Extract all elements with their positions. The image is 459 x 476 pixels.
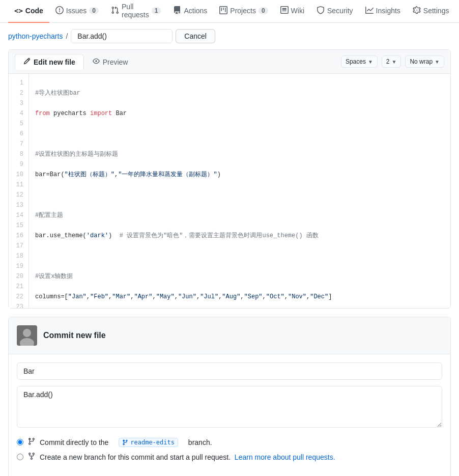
commit-section: Commit new file Commit directly to the r… (8, 317, 451, 476)
ln-14: 14 (9, 210, 28, 220)
code-line-10: #设置x轴数据 (35, 271, 444, 282)
nav-code[interactable]: <> Code (8, 0, 49, 23)
ln-16: 16 (9, 231, 28, 241)
projects-badge: 0 (259, 7, 268, 14)
nav-projects-label: Projects (230, 7, 256, 15)
code-editor[interactable]: 1 2 3 4 5 6 7 8 9 10 11 12 13 14 15 16 1… (9, 74, 450, 308)
ln-3: 3 (9, 98, 28, 108)
wrap-selector[interactable]: No wrap ▼ (405, 55, 444, 68)
nav-security-label: Security (327, 7, 353, 15)
repo-link[interactable]: python-pyecharts (8, 32, 63, 40)
filename-input[interactable] (71, 29, 173, 43)
nav-insights[interactable]: Insights (359, 0, 407, 23)
tab-edit-label: Edit new file (34, 58, 75, 66)
indent-selector[interactable]: 2 ▼ (382, 55, 401, 68)
nav-wiki[interactable]: Wiki (274, 0, 310, 23)
indent-value: 2 (386, 58, 390, 65)
ln-7: 7 (9, 139, 28, 149)
commit-description-input[interactable] (17, 386, 442, 428)
radio-new-branch-input[interactable] (17, 454, 23, 460)
ln-21: 21 (9, 282, 28, 292)
editor-options: Spaces ▼ 2 ▼ No wrap ▼ (341, 55, 444, 68)
nav-pull-requests[interactable]: Pull requests 1 (105, 0, 167, 23)
breadcrumb-cancel-button[interactable]: Cancel (176, 29, 215, 43)
commit-title: Commit new file (43, 331, 106, 340)
indent-arrow-icon: ▼ (392, 59, 397, 65)
editor-tabs: Edit new file Preview (15, 54, 136, 69)
code-line-1: #导入柱状图bar (35, 88, 444, 98)
ln-20: 20 (9, 271, 28, 282)
code-line-7: #配置主题 (35, 210, 444, 220)
pull-request-icon (111, 6, 119, 16)
nav-insights-label: Insights (376, 7, 400, 15)
code-line-3 (35, 129, 444, 139)
insights-icon (365, 6, 374, 16)
nav-actions-label: Actions (184, 7, 207, 15)
tab-edit[interactable]: Edit new file (15, 54, 84, 70)
ln-17: 17 (9, 241, 28, 251)
security-icon (317, 6, 325, 16)
ln-4: 4 (9, 108, 28, 119)
nav-settings-label: Settings (423, 7, 449, 15)
ln-12: 12 (9, 190, 28, 200)
nav-issues-label: Issues (66, 7, 87, 15)
commit-summary-input[interactable] (17, 362, 442, 380)
avatar (17, 325, 37, 346)
ln-15: 15 (9, 220, 28, 231)
breadcrumb-separator: / (66, 32, 68, 40)
spaces-label: Spaces (346, 58, 366, 65)
pull-request-learn-link[interactable]: Learn more about pull requests. (235, 453, 335, 461)
radio-direct-input[interactable] (17, 439, 23, 445)
code-line-5: bar=Bar("柱状图（标题）","一年的降水量和蒸发量（副标题）") (35, 170, 444, 180)
actions-icon (173, 6, 181, 16)
ln-18: 18 (9, 251, 28, 261)
radio-direct-commit[interactable]: Commit directly to the readme-edits bran… (17, 437, 442, 447)
wrap-value: No wrap (410, 58, 433, 65)
ln-19: 19 (9, 261, 28, 271)
tab-preview[interactable]: Preview (84, 54, 137, 70)
pencil-icon (23, 58, 31, 66)
wiki-icon (280, 6, 289, 16)
nav-security[interactable]: Security (310, 0, 359, 23)
code-line-4: #设置柱状图的主标题与副标题 (35, 149, 444, 159)
eye-icon (93, 58, 100, 66)
issues-badge: 0 (89, 7, 99, 14)
fork-icon (27, 452, 36, 462)
spaces-selector[interactable]: Spaces ▼ (341, 55, 378, 68)
code-line-2: from pyecharts import Bar (35, 108, 444, 119)
code-content[interactable]: #导入柱状图bar from pyecharts import Bar #设置柱… (29, 74, 450, 308)
issues-icon (55, 6, 64, 16)
nav-pr-label: Pull requests (122, 3, 149, 19)
ln-5: 5 (9, 119, 28, 129)
code-line-6 (35, 190, 444, 200)
settings-icon (413, 6, 421, 16)
ln-6: 6 (9, 129, 28, 139)
breadcrumb: python-pyecharts / Cancel (0, 23, 459, 49)
editor-toolbar: Edit new file Preview Spaces ▼ 2 ▼ No wr… (9, 50, 450, 74)
svg-point-1 (23, 329, 31, 337)
projects-icon (219, 6, 227, 16)
commit-branch-icon (27, 437, 36, 447)
ln-9: 9 (9, 159, 28, 170)
ln-2: 2 (9, 88, 28, 98)
ln-8: 8 (9, 149, 28, 159)
commit-options: Commit directly to the readme-edits bran… (9, 437, 450, 473)
ln-11: 11 (9, 180, 28, 190)
commit-direct-label: Commit directly to the (40, 438, 108, 446)
nav-actions[interactable]: Actions (167, 0, 213, 23)
branch-badge: readme-edits (119, 438, 178, 447)
ln-22: 22 (9, 292, 28, 302)
wrap-arrow-icon: ▼ (435, 59, 440, 65)
code-line-8: bar.use_theme('dark') # 设置背景色为"暗色"，需要设置主… (35, 231, 444, 241)
new-branch-label: Create a new branch for this commit and … (40, 453, 335, 461)
nav-issues[interactable]: Issues 0 (49, 0, 105, 23)
code-icon: <> (14, 7, 23, 15)
nav-projects[interactable]: Projects 0 (213, 0, 274, 23)
nav-code-label: Code (25, 7, 43, 15)
nav-settings[interactable]: Settings (407, 0, 455, 23)
pr-badge: 1 (152, 7, 161, 14)
spaces-arrow-icon: ▼ (368, 59, 373, 65)
commit-body (9, 354, 450, 437)
commit-header: Commit new file (9, 317, 450, 354)
radio-new-branch[interactable]: Create a new branch for this commit and … (17, 452, 442, 462)
